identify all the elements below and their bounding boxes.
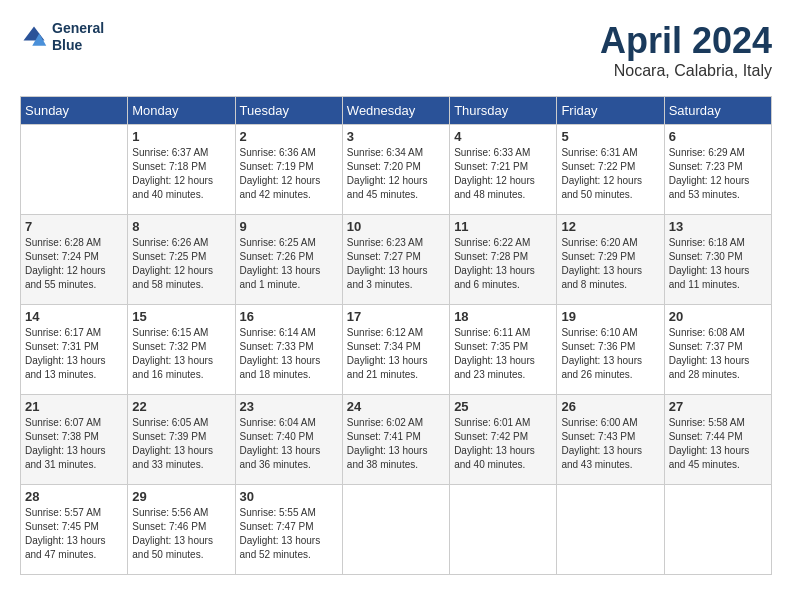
day-info: Sunrise: 6:25 AM Sunset: 7:26 PM Dayligh… bbox=[240, 236, 338, 292]
calendar-cell: 22Sunrise: 6:05 AM Sunset: 7:39 PM Dayli… bbox=[128, 395, 235, 485]
day-number: 7 bbox=[25, 219, 123, 234]
logo-line1: General bbox=[52, 20, 104, 37]
calendar-week-row: 14Sunrise: 6:17 AM Sunset: 7:31 PM Dayli… bbox=[21, 305, 772, 395]
day-number: 16 bbox=[240, 309, 338, 324]
calendar-cell: 3Sunrise: 6:34 AM Sunset: 7:20 PM Daylig… bbox=[342, 125, 449, 215]
calendar-cell bbox=[557, 485, 664, 575]
calendar-cell: 1Sunrise: 6:37 AM Sunset: 7:18 PM Daylig… bbox=[128, 125, 235, 215]
weekday-header-friday: Friday bbox=[557, 97, 664, 125]
calendar-cell bbox=[21, 125, 128, 215]
day-info: Sunrise: 6:34 AM Sunset: 7:20 PM Dayligh… bbox=[347, 146, 445, 202]
day-info: Sunrise: 5:56 AM Sunset: 7:46 PM Dayligh… bbox=[132, 506, 230, 562]
calendar-cell: 7Sunrise: 6:28 AM Sunset: 7:24 PM Daylig… bbox=[21, 215, 128, 305]
logo-text: General Blue bbox=[52, 20, 104, 54]
day-info: Sunrise: 6:26 AM Sunset: 7:25 PM Dayligh… bbox=[132, 236, 230, 292]
day-info: Sunrise: 6:33 AM Sunset: 7:21 PM Dayligh… bbox=[454, 146, 552, 202]
calendar-cell: 23Sunrise: 6:04 AM Sunset: 7:40 PM Dayli… bbox=[235, 395, 342, 485]
day-info: Sunrise: 6:05 AM Sunset: 7:39 PM Dayligh… bbox=[132, 416, 230, 472]
weekday-header-sunday: Sunday bbox=[21, 97, 128, 125]
day-info: Sunrise: 6:18 AM Sunset: 7:30 PM Dayligh… bbox=[669, 236, 767, 292]
day-info: Sunrise: 6:29 AM Sunset: 7:23 PM Dayligh… bbox=[669, 146, 767, 202]
calendar-cell: 11Sunrise: 6:22 AM Sunset: 7:28 PM Dayli… bbox=[450, 215, 557, 305]
day-info: Sunrise: 5:58 AM Sunset: 7:44 PM Dayligh… bbox=[669, 416, 767, 472]
day-number: 30 bbox=[240, 489, 338, 504]
calendar-cell: 8Sunrise: 6:26 AM Sunset: 7:25 PM Daylig… bbox=[128, 215, 235, 305]
weekday-header-row: SundayMondayTuesdayWednesdayThursdayFrid… bbox=[21, 97, 772, 125]
calendar-cell: 6Sunrise: 6:29 AM Sunset: 7:23 PM Daylig… bbox=[664, 125, 771, 215]
location-title: Nocara, Calabria, Italy bbox=[600, 62, 772, 80]
calendar-cell: 13Sunrise: 6:18 AM Sunset: 7:30 PM Dayli… bbox=[664, 215, 771, 305]
day-number: 24 bbox=[347, 399, 445, 414]
logo-line2: Blue bbox=[52, 37, 104, 54]
calendar-cell bbox=[450, 485, 557, 575]
calendar-cell: 2Sunrise: 6:36 AM Sunset: 7:19 PM Daylig… bbox=[235, 125, 342, 215]
weekday-header-saturday: Saturday bbox=[664, 97, 771, 125]
day-info: Sunrise: 6:10 AM Sunset: 7:36 PM Dayligh… bbox=[561, 326, 659, 382]
day-info: Sunrise: 6:04 AM Sunset: 7:40 PM Dayligh… bbox=[240, 416, 338, 472]
day-number: 11 bbox=[454, 219, 552, 234]
day-number: 1 bbox=[132, 129, 230, 144]
calendar-cell: 4Sunrise: 6:33 AM Sunset: 7:21 PM Daylig… bbox=[450, 125, 557, 215]
day-number: 27 bbox=[669, 399, 767, 414]
day-info: Sunrise: 6:17 AM Sunset: 7:31 PM Dayligh… bbox=[25, 326, 123, 382]
day-number: 21 bbox=[25, 399, 123, 414]
day-number: 5 bbox=[561, 129, 659, 144]
calendar-cell: 5Sunrise: 6:31 AM Sunset: 7:22 PM Daylig… bbox=[557, 125, 664, 215]
day-number: 18 bbox=[454, 309, 552, 324]
calendar-cell: 12Sunrise: 6:20 AM Sunset: 7:29 PM Dayli… bbox=[557, 215, 664, 305]
day-number: 29 bbox=[132, 489, 230, 504]
day-info: Sunrise: 6:31 AM Sunset: 7:22 PM Dayligh… bbox=[561, 146, 659, 202]
calendar-cell: 26Sunrise: 6:00 AM Sunset: 7:43 PM Dayli… bbox=[557, 395, 664, 485]
calendar-cell: 18Sunrise: 6:11 AM Sunset: 7:35 PM Dayli… bbox=[450, 305, 557, 395]
day-info: Sunrise: 6:12 AM Sunset: 7:34 PM Dayligh… bbox=[347, 326, 445, 382]
day-number: 15 bbox=[132, 309, 230, 324]
day-number: 13 bbox=[669, 219, 767, 234]
day-info: Sunrise: 6:15 AM Sunset: 7:32 PM Dayligh… bbox=[132, 326, 230, 382]
day-info: Sunrise: 6:28 AM Sunset: 7:24 PM Dayligh… bbox=[25, 236, 123, 292]
day-number: 3 bbox=[347, 129, 445, 144]
calendar-cell: 17Sunrise: 6:12 AM Sunset: 7:34 PM Dayli… bbox=[342, 305, 449, 395]
calendar-cell: 27Sunrise: 5:58 AM Sunset: 7:44 PM Dayli… bbox=[664, 395, 771, 485]
day-info: Sunrise: 6:02 AM Sunset: 7:41 PM Dayligh… bbox=[347, 416, 445, 472]
day-info: Sunrise: 5:57 AM Sunset: 7:45 PM Dayligh… bbox=[25, 506, 123, 562]
day-info: Sunrise: 6:07 AM Sunset: 7:38 PM Dayligh… bbox=[25, 416, 123, 472]
day-info: Sunrise: 6:23 AM Sunset: 7:27 PM Dayligh… bbox=[347, 236, 445, 292]
day-info: Sunrise: 6:37 AM Sunset: 7:18 PM Dayligh… bbox=[132, 146, 230, 202]
day-number: 8 bbox=[132, 219, 230, 234]
calendar-cell: 28Sunrise: 5:57 AM Sunset: 7:45 PM Dayli… bbox=[21, 485, 128, 575]
logo-icon bbox=[20, 23, 48, 51]
calendar-cell: 21Sunrise: 6:07 AM Sunset: 7:38 PM Dayli… bbox=[21, 395, 128, 485]
day-info: Sunrise: 6:36 AM Sunset: 7:19 PM Dayligh… bbox=[240, 146, 338, 202]
day-number: 19 bbox=[561, 309, 659, 324]
day-info: Sunrise: 6:14 AM Sunset: 7:33 PM Dayligh… bbox=[240, 326, 338, 382]
logo: General Blue bbox=[20, 20, 104, 54]
calendar-cell: 14Sunrise: 6:17 AM Sunset: 7:31 PM Dayli… bbox=[21, 305, 128, 395]
calendar-cell: 15Sunrise: 6:15 AM Sunset: 7:32 PM Dayli… bbox=[128, 305, 235, 395]
day-info: Sunrise: 6:11 AM Sunset: 7:35 PM Dayligh… bbox=[454, 326, 552, 382]
calendar-week-row: 1Sunrise: 6:37 AM Sunset: 7:18 PM Daylig… bbox=[21, 125, 772, 215]
day-number: 6 bbox=[669, 129, 767, 144]
calendar-cell: 24Sunrise: 6:02 AM Sunset: 7:41 PM Dayli… bbox=[342, 395, 449, 485]
calendar-cell: 20Sunrise: 6:08 AM Sunset: 7:37 PM Dayli… bbox=[664, 305, 771, 395]
day-number: 17 bbox=[347, 309, 445, 324]
day-number: 9 bbox=[240, 219, 338, 234]
day-number: 14 bbox=[25, 309, 123, 324]
page-header: General Blue April 2024 Nocara, Calabria… bbox=[20, 20, 772, 80]
title-section: April 2024 Nocara, Calabria, Italy bbox=[600, 20, 772, 80]
weekday-header-tuesday: Tuesday bbox=[235, 97, 342, 125]
day-info: Sunrise: 5:55 AM Sunset: 7:47 PM Dayligh… bbox=[240, 506, 338, 562]
weekday-header-wednesday: Wednesday bbox=[342, 97, 449, 125]
day-number: 22 bbox=[132, 399, 230, 414]
day-number: 10 bbox=[347, 219, 445, 234]
day-number: 26 bbox=[561, 399, 659, 414]
calendar-cell: 9Sunrise: 6:25 AM Sunset: 7:26 PM Daylig… bbox=[235, 215, 342, 305]
weekday-header-monday: Monday bbox=[128, 97, 235, 125]
calendar-cell: 16Sunrise: 6:14 AM Sunset: 7:33 PM Dayli… bbox=[235, 305, 342, 395]
day-number: 2 bbox=[240, 129, 338, 144]
day-info: Sunrise: 6:20 AM Sunset: 7:29 PM Dayligh… bbox=[561, 236, 659, 292]
calendar-cell bbox=[664, 485, 771, 575]
day-info: Sunrise: 6:22 AM Sunset: 7:28 PM Dayligh… bbox=[454, 236, 552, 292]
calendar-cell: 25Sunrise: 6:01 AM Sunset: 7:42 PM Dayli… bbox=[450, 395, 557, 485]
calendar-week-row: 28Sunrise: 5:57 AM Sunset: 7:45 PM Dayli… bbox=[21, 485, 772, 575]
calendar-table: SundayMondayTuesdayWednesdayThursdayFrid… bbox=[20, 96, 772, 575]
